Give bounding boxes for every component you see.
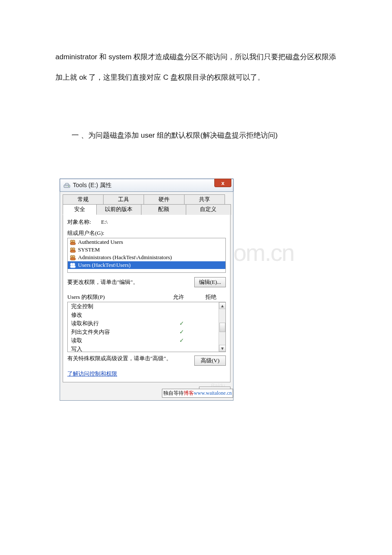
- svg-rect-7: [70, 250, 75, 252]
- groups-listbox[interactable]: Authenticated Users SYSTEM Administrator…: [67, 238, 226, 273]
- tab-custom[interactable]: 自定义: [186, 204, 231, 215]
- source-watermark-badge: 独自等待博客www.waitalone.cn: [162, 389, 233, 398]
- edit-hint: 要更改权限，请单击"编辑"。: [67, 278, 138, 286]
- perm-name: 写入: [71, 345, 164, 352]
- svg-rect-4: [70, 243, 75, 245]
- svg-point-12: [72, 263, 75, 266]
- perm-name: 读取: [71, 337, 164, 344]
- groups-label: 组或用户名(G):: [67, 229, 226, 237]
- perm-row: 写入: [68, 345, 225, 352]
- permissions-list: 完全控制 修改 读取和执行✓ 列出文件夹内容✓ 读取✓ 写入 ▲ ▼: [67, 302, 226, 352]
- badge-text-2: 博客: [184, 390, 194, 396]
- tab-quota[interactable]: 配额: [141, 204, 186, 215]
- group-icon: [69, 239, 76, 245]
- security-tab-panel: 对象名称: E:\ 组或用户名(G): Authenticated Users …: [63, 213, 231, 382]
- list-item[interactable]: Authenticated Users: [68, 238, 225, 246]
- permissions-scrollbar[interactable]: ▲ ▼: [219, 302, 225, 352]
- list-item-label: Authenticated Users: [78, 239, 123, 246]
- tab-tools[interactable]: 工具: [103, 194, 144, 205]
- perm-row: 完全控制: [68, 302, 225, 311]
- dialog-titlebar: Tools (E:) 属性 x: [60, 179, 233, 191]
- tab-previous[interactable]: 以前的版本: [96, 204, 141, 215]
- list-item-label: SYSTEM: [78, 246, 100, 253]
- perm-row: 读取和执行✓: [68, 319, 225, 328]
- perm-name: 读取和执行: [71, 320, 164, 327]
- dialog-body: 常规 工具 硬件 共享 安全 以前的版本 配额 自定义 对象名称: E:\ 组或: [60, 191, 233, 401]
- list-item-label: Users (HackTest\Users): [78, 262, 131, 269]
- perm-row: 列出文件夹内容✓: [68, 328, 225, 336]
- permissions-for-label: Users 的权限(P): [67, 293, 161, 301]
- perm-name: 列出文件夹内容: [71, 328, 164, 336]
- close-button[interactable]: x: [214, 179, 231, 187]
- svg-point-1: [68, 186, 69, 187]
- object-name-row: 对象名称: E:\: [67, 218, 226, 226]
- tab-security[interactable]: 安全: [63, 204, 97, 215]
- perm-name: 修改: [71, 311, 164, 319]
- perm-name: 完全控制: [71, 303, 164, 310]
- perm-allow: ✓: [164, 329, 199, 335]
- badge-text-3: www.waitalone.cn: [194, 390, 232, 396]
- close-icon: x: [221, 180, 224, 186]
- scroll-up-icon[interactable]: ▲: [219, 302, 226, 309]
- drive-icon: [63, 182, 70, 188]
- perm-allow: ✓: [164, 337, 199, 344]
- section-title: 一 、为问题磁盘添加 user 组的默认权限(解决磁盘提示拒绝访问): [55, 130, 337, 140]
- perm-row: 读取✓: [68, 336, 225, 345]
- deny-column: 拒绝: [196, 293, 226, 301]
- group-icon: [69, 247, 76, 253]
- svg-point-9: [72, 255, 75, 258]
- group-icon: [69, 262, 76, 268]
- permissions-header: Users 的权限(P) 允许 拒绝: [67, 293, 226, 301]
- dialog-title: Tools (E:) 属性: [73, 182, 112, 189]
- tab-strip: 常规 工具 硬件 共享 安全 以前的版本 配额 自定义: [63, 194, 231, 213]
- tab-sharing[interactable]: 共享: [184, 194, 225, 205]
- list-item[interactable]: Administrators (HackTest\Administrators): [68, 254, 225, 261]
- advanced-button[interactable]: 高级(V): [194, 356, 226, 366]
- article-paragraph: administrator 和 system 权限才造成磁盘分区不能访问，所以我…: [55, 47, 337, 88]
- tab-hardware[interactable]: 硬件: [144, 194, 184, 205]
- tab-general[interactable]: 常规: [63, 194, 104, 205]
- properties-dialog: Tools (E:) 属性 x 常规 工具 硬件 共享 安全 以前的版本 配额 …: [60, 179, 233, 401]
- badge-text-1: 独自等待: [163, 390, 184, 396]
- svg-point-3: [72, 240, 75, 243]
- learn-permissions-link[interactable]: 了解访问控制和权限: [67, 370, 117, 378]
- scroll-thumb[interactable]: [219, 323, 225, 332]
- advanced-hint: 有关特殊权限或高级设置，请单击"高级"。: [67, 356, 172, 361]
- perm-allow: ✓: [164, 320, 199, 327]
- list-item-label: Administrators (HackTest\Administrators): [78, 254, 172, 261]
- svg-point-6: [72, 248, 75, 250]
- list-item[interactable]: Users (HackTest\Users): [68, 261, 225, 269]
- perm-row: 修改: [68, 311, 225, 319]
- edit-button[interactable]: 编辑(E)...: [194, 277, 226, 287]
- allow-column: 允许: [161, 293, 196, 301]
- svg-rect-13: [70, 266, 75, 268]
- object-name-label: 对象名称:: [67, 218, 100, 226]
- svg-rect-10: [70, 258, 75, 260]
- scroll-down-icon[interactable]: ▼: [219, 345, 226, 352]
- object-name-value: E:\: [101, 219, 107, 225]
- group-icon: [69, 254, 76, 260]
- list-item[interactable]: SYSTEM: [68, 246, 225, 254]
